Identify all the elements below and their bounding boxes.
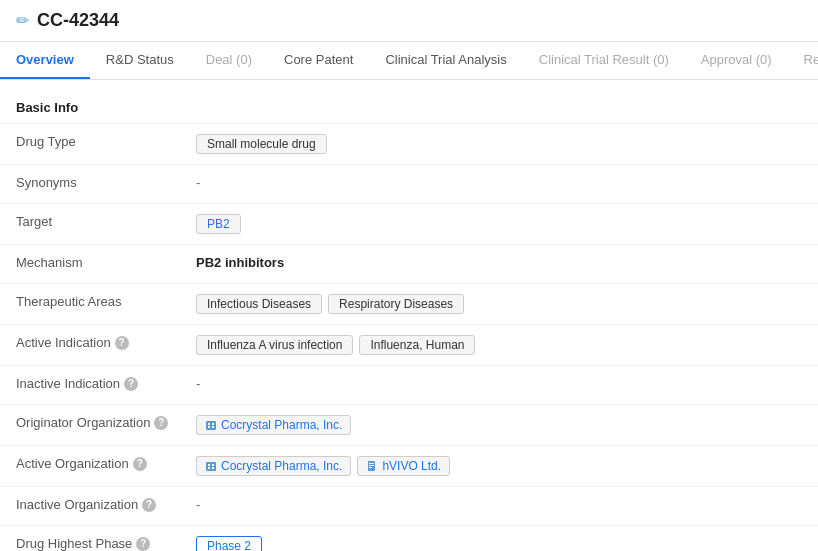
tab-overview[interactable]: Overview [0,42,90,79]
tag-cocrystal-pharma-originator[interactable]: Cocrystal Pharma, Inc. [196,415,351,435]
value-therapeutic-areas: Infectious Diseases Respiratory Diseases [196,294,802,314]
tab-core-patent[interactable]: Core Patent [268,42,369,79]
row-synonyms: Synonyms - [0,165,818,203]
value-synonyms: - [196,175,802,190]
tab-clinical-trial-analysis[interactable]: Clinical Trial Analysis [369,42,522,79]
tag-influenza-human: Influenza, Human [359,335,475,355]
row-mechanism: Mechanism PB2 inhibitors [0,245,818,283]
label-active-organization: Active Organization ? [16,456,196,471]
svg-rect-9 [212,467,214,469]
label-target: Target [16,214,196,229]
value-active-indication: Influenza A virus infection Influenza, H… [196,335,802,355]
row-drug-highest-phase: Drug Highest Phase ? Phase 2 [0,526,818,551]
help-icon-inactive-indication[interactable]: ? [124,377,138,391]
label-active-indication: Active Indication ? [16,335,196,350]
tab-bar: Overview R&D Status Deal (0) Core Patent… [0,42,818,80]
svg-rect-3 [208,426,210,428]
row-inactive-organization: Inactive Organization ? - [0,487,818,525]
svg-rect-8 [208,467,210,469]
inactive-indication-dash: - [196,376,200,391]
tab-regulation[interactable]: Regulation (0) [788,42,818,79]
tag-influenza-a: Influenza A virus infection [196,335,353,355]
svg-rect-7 [212,464,214,466]
label-originator-organization: Originator Organization ? [16,415,196,430]
tag-infectious-diseases: Infectious Diseases [196,294,322,314]
page-title: CC-42344 [37,10,119,31]
doc-icon [366,460,378,472]
tag-cocrystal-pharma-active[interactable]: Cocrystal Pharma, Inc. [196,456,351,476]
value-originator-organization: Cocrystal Pharma, Inc. [196,415,802,435]
label-inactive-indication: Inactive Indication ? [16,376,196,391]
label-drug-type: Drug Type [16,134,196,149]
row-originator-organization: Originator Organization ? Cocrystal Phar… [0,405,818,445]
help-icon-inactive-org[interactable]: ? [142,498,156,512]
label-mechanism: Mechanism [16,255,196,270]
tab-approval[interactable]: Approval (0) [685,42,788,79]
value-inactive-indication: - [196,376,802,391]
help-icon-originator-org[interactable]: ? [154,416,168,430]
value-target: PB2 [196,214,802,234]
building-icon-2 [205,460,217,472]
svg-rect-1 [208,423,210,425]
row-drug-type: Drug Type Small molecule drug [0,124,818,164]
row-inactive-indication: Inactive Indication ? - [0,366,818,404]
value-inactive-organization: - [196,497,802,512]
building-icon [205,419,217,431]
tag-hvivo[interactable]: hVIVO Ltd. [357,456,450,476]
row-active-indication: Active Indication ? Influenza A virus in… [0,325,818,365]
inactive-org-dash: - [196,497,200,512]
row-target: Target PB2 [0,204,818,244]
value-mechanism: PB2 inhibitors [196,255,802,270]
row-therapeutic-areas: Therapeutic Areas Infectious Diseases Re… [0,284,818,324]
tag-respiratory-diseases: Respiratory Diseases [328,294,464,314]
svg-rect-12 [369,465,374,466]
tag-small-molecule-drug: Small molecule drug [196,134,327,154]
tag-pb2[interactable]: PB2 [196,214,241,234]
svg-rect-13 [369,467,372,468]
mechanism-text: PB2 inhibitors [196,255,284,270]
label-drug-highest-phase: Drug Highest Phase ? [16,536,196,551]
svg-rect-5 [206,462,216,471]
help-icon-active-indication[interactable]: ? [115,336,129,350]
section-basic-info: Basic Info [0,96,818,123]
svg-rect-4 [212,426,214,428]
tab-clinical-trial-result[interactable]: Clinical Trial Result (0) [523,42,685,79]
tab-deal[interactable]: Deal (0) [190,42,268,79]
svg-rect-0 [206,421,216,430]
svg-rect-11 [369,463,374,464]
main-content: Basic Info Drug Type Small molecule drug… [0,80,818,551]
label-synonyms: Synonyms [16,175,196,190]
page-header: ✏ CC-42344 [0,0,818,42]
synonyms-dash: - [196,175,200,190]
value-active-organization: Cocrystal Pharma, Inc. hVIVO Ltd. [196,456,802,476]
help-icon-active-org[interactable]: ? [133,457,147,471]
label-inactive-organization: Inactive Organization ? [16,497,196,512]
value-drug-highest-phase: Phase 2 [196,536,802,551]
tag-phase-2: Phase 2 [196,536,262,551]
svg-rect-2 [212,423,214,425]
value-drug-type: Small molecule drug [196,134,802,154]
pencil-icon: ✏ [16,11,29,30]
label-therapeutic-areas: Therapeutic Areas [16,294,196,309]
tab-rd-status[interactable]: R&D Status [90,42,190,79]
row-active-organization: Active Organization ? Cocrystal Pharma, … [0,446,818,486]
help-icon-drug-highest-phase[interactable]: ? [136,537,150,551]
svg-rect-6 [208,464,210,466]
